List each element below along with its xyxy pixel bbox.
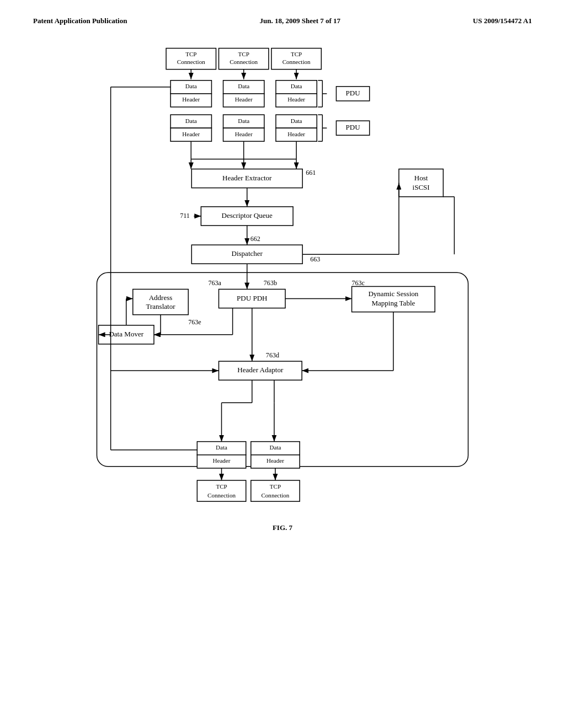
- svg-text:TCP: TCP: [270, 483, 281, 490]
- svg-text:Host: Host: [414, 174, 428, 182]
- svg-text:663: 663: [310, 255, 320, 263]
- svg-text:Connection: Connection: [262, 492, 290, 499]
- svg-text:662: 662: [250, 235, 260, 243]
- svg-text:Data: Data: [238, 117, 249, 124]
- svg-text:TCP: TCP: [291, 51, 302, 57]
- svg-text:Dynamic Session: Dynamic Session: [368, 290, 418, 298]
- patent-page: Patent Application Publication Jun. 18, …: [0, 0, 565, 728]
- svg-text:Translator: Translator: [146, 302, 175, 311]
- svg-text:Header: Header: [266, 457, 284, 464]
- svg-text:Header: Header: [182, 96, 200, 103]
- svg-text:711: 711: [180, 212, 190, 220]
- svg-text:Header: Header: [287, 96, 305, 103]
- svg-text:Mapping Table: Mapping Table: [371, 299, 415, 307]
- header-center: Jun. 18, 2009 Sheet 7 of 17: [259, 17, 340, 25]
- svg-text:763e: 763e: [188, 318, 201, 326]
- svg-text:PDU: PDU: [346, 123, 361, 131]
- svg-text:763b: 763b: [264, 279, 277, 287]
- svg-text:Data: Data: [216, 444, 227, 451]
- svg-text:PDU: PDU: [346, 89, 361, 97]
- svg-text:Data: Data: [238, 83, 249, 89]
- svg-text:TCP: TCP: [216, 483, 227, 490]
- svg-text:763d: 763d: [266, 351, 279, 359]
- svg-text:Connection: Connection: [282, 58, 311, 65]
- svg-text:TCP: TCP: [185, 51, 196, 57]
- patent-header: Patent Application Publication Jun. 18, …: [0, 0, 565, 31]
- svg-text:661: 661: [306, 169, 316, 176]
- svg-text:Header: Header: [287, 131, 305, 137]
- svg-text:iSCSI: iSCSI: [413, 183, 430, 191]
- svg-text:PDU PDH: PDU PDH: [237, 294, 268, 302]
- svg-text:FIG. 7: FIG. 7: [273, 523, 293, 532]
- svg-text:Connection: Connection: [207, 492, 236, 499]
- svg-text:Header: Header: [182, 131, 200, 137]
- svg-text:Connection: Connection: [230, 58, 258, 65]
- svg-text:Connection: Connection: [177, 58, 205, 65]
- svg-text:Data: Data: [291, 117, 302, 124]
- svg-text:Header: Header: [235, 131, 253, 137]
- svg-text:763c: 763c: [352, 279, 365, 287]
- svg-text:Header Extractor: Header Extractor: [222, 174, 272, 182]
- header-right: US 2009/154472 A1: [473, 17, 532, 25]
- svg-text:Header: Header: [235, 96, 253, 103]
- svg-text:TCP: TCP: [238, 51, 249, 57]
- header-left: Patent Application Publication: [33, 17, 127, 25]
- svg-text:Data: Data: [270, 444, 281, 451]
- diagram-area: text { font-family: 'Times New Roman', T…: [33, 39, 532, 678]
- svg-text:Header: Header: [213, 457, 231, 464]
- svg-text:Descriptor Queue: Descriptor Queue: [222, 211, 273, 220]
- svg-text:Data: Data: [291, 83, 302, 89]
- svg-text:Address: Address: [149, 293, 173, 302]
- svg-text:763a: 763a: [208, 279, 221, 287]
- svg-text:Header Adaptor: Header Adaptor: [237, 366, 284, 374]
- svg-text:Data: Data: [185, 83, 197, 89]
- svg-text:Data: Data: [185, 117, 197, 124]
- svg-text:Dispatcher: Dispatcher: [231, 249, 263, 258]
- patent-diagram: text { font-family: 'Times New Roman', T…: [33, 39, 532, 678]
- svg-text:Data Mover: Data Mover: [109, 330, 143, 338]
